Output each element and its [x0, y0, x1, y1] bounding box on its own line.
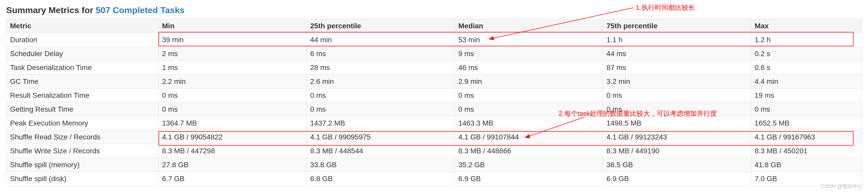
- cell-min: 0 ms: [158, 89, 307, 102]
- col-metric[interactable]: Metric: [6, 19, 159, 33]
- cell-p25: 1437.2 MB: [307, 116, 455, 130]
- table-header-row: Metric Min 25th percentile Median 75th p…: [6, 19, 862, 33]
- cell-max: 41.8 GB: [751, 158, 862, 172]
- cell-p75: 87 ms: [603, 61, 751, 75]
- cell-p25: 2.6 min: [307, 75, 455, 89]
- cell-metric: GC Time: [6, 75, 159, 89]
- col-max[interactable]: Max: [751, 19, 862, 33]
- col-p75[interactable]: 75th percentile: [603, 19, 751, 33]
- cell-median: 8.3 MB / 448866: [455, 144, 603, 158]
- cell-max: 1.2 h: [751, 33, 862, 47]
- cell-metric: Shuffle Write Size / Records: [6, 144, 159, 158]
- cell-max: 0.6 s: [751, 61, 862, 75]
- cell-max: 7.0 GB: [751, 172, 862, 186]
- cell-min: 27.8 GB: [158, 158, 307, 172]
- cell-p75: 4.1 GB / 99123243: [603, 130, 751, 144]
- cell-min: 2 ms: [158, 47, 307, 61]
- cell-max: 0.2 s: [751, 47, 862, 61]
- cell-p75: 8.3 MB / 449190: [603, 144, 751, 158]
- cell-median: 0 ms: [455, 89, 603, 102]
- cell-p75: 3.2 min: [603, 75, 751, 89]
- cell-metric: Result Serialization Time: [6, 89, 159, 102]
- cell-metric: Shuffle spill (memory): [6, 158, 159, 172]
- completed-tasks-link[interactable]: 507 Completed Tasks: [96, 5, 185, 15]
- cell-metric: Scheduler Delay: [6, 47, 159, 61]
- cell-metric: Shuffle spill (disk): [6, 172, 159, 186]
- cell-median: 2.9 min: [455, 75, 603, 89]
- cell-p25: 6 ms: [307, 47, 455, 61]
- cell-metric: Duration: [6, 33, 159, 47]
- cell-metric: Peak Execution Memory: [6, 116, 159, 130]
- cell-median: 35.2 GB: [455, 158, 603, 172]
- cell-max: 4.4 min: [751, 75, 862, 89]
- cell-min: 2.2 min: [158, 75, 307, 89]
- cell-max: 19 ms: [751, 89, 862, 102]
- cell-p75: 1498.5 MB: [603, 116, 751, 130]
- cell-min: 1 ms: [158, 61, 307, 75]
- col-p25[interactable]: 25th percentile: [307, 19, 455, 33]
- table-row: Peak Execution Memory1364.7 MB1437.2 MB1…: [6, 116, 862, 130]
- page-title: Summary Metrics for 507 Completed Tasks: [6, 5, 862, 15]
- cell-min: 0 ms: [158, 102, 307, 116]
- cell-max: 0 ms: [751, 102, 862, 116]
- cell-median: 46 ms: [455, 61, 603, 75]
- col-min[interactable]: Min: [158, 19, 307, 33]
- cell-median: 6.9 GB: [455, 172, 603, 186]
- cell-p75: 0 ms: [603, 102, 751, 116]
- cell-min: 8.3 MB / 447298: [158, 144, 307, 158]
- cell-metric: Getting Result Time: [6, 102, 159, 116]
- cell-p25: 44 min: [307, 33, 455, 47]
- cell-median: 53 min: [455, 33, 603, 47]
- cell-p75: 36.5 GB: [603, 158, 751, 172]
- cell-p75: 6.9 GB: [603, 172, 751, 186]
- table-body: Duration39 min44 min53 min1.1 h1.2 hSche…: [6, 33, 862, 186]
- cell-p75: 1.1 h: [603, 33, 751, 47]
- cell-p25: 6.8 GB: [307, 172, 455, 186]
- table-row: Result Serialization Time0 ms0 ms0 ms0 m…: [6, 89, 862, 102]
- title-prefix: Summary Metrics for: [6, 5, 96, 15]
- cell-max: 8.3 MB / 450201: [751, 144, 862, 158]
- cell-p75: 44 ms: [603, 47, 751, 61]
- cell-p25: 4.1 GB / 99095975: [307, 130, 455, 144]
- cell-p25: 8.3 MB / 448544: [307, 144, 455, 158]
- cell-p25: 28 ms: [307, 61, 455, 75]
- table-row: GC Time2.2 min2.6 min2.9 min3.2 min4.4 m…: [6, 75, 862, 89]
- cell-p25: 0 ms: [307, 89, 455, 102]
- table-row: Getting Result Time0 ms0 ms0 ms0 ms0 ms: [6, 102, 862, 116]
- summary-metrics-table: Metric Min 25th percentile Median 75th p…: [6, 19, 862, 186]
- table-row: Duration39 min44 min53 min1.1 h1.2 h: [6, 33, 862, 47]
- table-row: Scheduler Delay2 ms6 ms9 ms44 ms0.2 s: [6, 47, 862, 61]
- cell-min: 4.1 GB / 99054822: [158, 130, 307, 144]
- cell-min: 6.7 GB: [158, 172, 307, 186]
- cell-p25: 33.8 GB: [307, 158, 455, 172]
- cell-median: 4.1 GB / 99107844: [455, 130, 603, 144]
- cell-max: 1652.5 MB: [751, 116, 862, 130]
- cell-median: 9 ms: [455, 47, 603, 61]
- cell-p25: 0 ms: [307, 102, 455, 116]
- cell-median: 1463.3 MB: [455, 116, 603, 130]
- cell-metric: Shuffle Read Size / Records: [6, 130, 159, 144]
- cell-min: 1364.7 MB: [158, 116, 307, 130]
- cell-p75: 0 ms: [603, 89, 751, 102]
- cell-max: 4.1 GB / 99167963: [751, 130, 862, 144]
- cell-min: 39 min: [158, 33, 307, 47]
- col-median[interactable]: Median: [455, 19, 603, 33]
- table-row: Shuffle spill (disk)6.7 GB6.8 GB6.9 GB6.…: [6, 172, 862, 186]
- table-row: Shuffle Write Size / Records8.3 MB / 447…: [6, 144, 862, 158]
- table-row: Task Deserialization Time1 ms28 ms46 ms8…: [6, 61, 862, 75]
- table-row: Shuffle spill (memory)27.8 GB33.8 GB35.2…: [6, 158, 862, 172]
- cell-metric: Task Deserialization Time: [6, 61, 159, 75]
- table-row: Shuffle Read Size / Records4.1 GB / 9905…: [6, 130, 862, 144]
- cell-median: 0 ms: [455, 102, 603, 116]
